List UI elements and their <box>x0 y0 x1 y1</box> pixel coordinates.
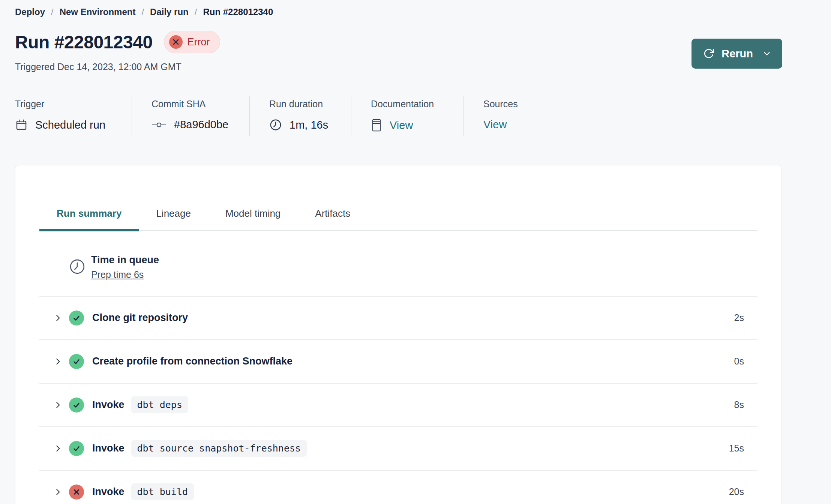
step-label: Invoke <box>92 486 124 498</box>
time-in-queue-section: Time in queue Prep time 6s <box>39 231 758 297</box>
meta-trigger: Trigger Scheduled run <box>15 96 132 136</box>
breadcrumb-item[interactable]: Deploy <box>15 7 45 17</box>
chevron-down-icon <box>762 49 772 58</box>
breadcrumb: Deploy/New Environment/Daily run/Run #22… <box>15 0 782 17</box>
error-x-icon <box>69 484 84 500</box>
page-title: Run #228012340 <box>15 32 153 52</box>
calendar-icon <box>15 118 28 131</box>
chevron-right-icon[interactable] <box>53 487 63 497</box>
status-badge: Error <box>164 31 220 53</box>
refresh-icon <box>703 48 715 60</box>
run-meta-row: Trigger Scheduled run Commit SHA #8a96d0… <box>15 96 782 136</box>
breadcrumb-item[interactable]: Run #228012340 <box>203 7 273 17</box>
meta-value: View <box>483 118 518 135</box>
view-link[interactable]: View <box>390 119 413 132</box>
success-check-icon <box>69 441 84 456</box>
triggered-timestamp: Triggered Dec 14, 2023, 12:00 AM GMT <box>15 62 782 72</box>
meta-value-text: #8a96d0be <box>174 118 228 131</box>
view-link[interactable]: View <box>483 118 507 131</box>
meta-label: Documentation <box>371 96 464 110</box>
meta-documentation: Documentation View <box>351 96 464 136</box>
chevron-right-icon[interactable] <box>53 357 63 366</box>
meta-value: 1m, 16s <box>269 118 351 135</box>
step-label: Create profile from connection Snowflake <box>92 356 292 367</box>
meta-sources: Sources View <box>464 96 518 136</box>
meta-label: Trigger <box>15 96 132 110</box>
step-duration: 20s <box>729 486 744 497</box>
chevron-right-icon[interactable] <box>53 444 63 453</box>
run-summary-card: Run summaryLineageModel timingArtifacts … <box>15 165 782 504</box>
rerun-button[interactable]: Rerun <box>692 39 782 69</box>
success-check-icon <box>69 398 84 412</box>
breadcrumb-separator: / <box>141 7 144 17</box>
rerun-button-label: Rerun <box>722 48 753 60</box>
step-duration: 15s <box>729 443 744 454</box>
meta-value: #8a96d0be <box>152 118 249 135</box>
table-row: Create profile from connection Snowflake… <box>39 340 758 384</box>
meta-value-text: 1m, 16s <box>290 119 328 131</box>
queue-clock-icon <box>69 258 86 275</box>
tab-model-timing[interactable]: Model timing <box>208 207 298 231</box>
step-list: Clone git repository 2s Create profile f… <box>39 297 758 504</box>
tab-artifacts[interactable]: Artifacts <box>298 207 368 231</box>
meta-label: Sources <box>483 96 518 110</box>
chevron-right-icon[interactable] <box>53 313 63 323</box>
breadcrumb-item[interactable]: Daily run <box>150 7 189 17</box>
prep-time-link[interactable]: Prep time 6s <box>91 269 144 280</box>
meta-value-text: Scheduled run <box>35 119 105 131</box>
command-chip: dbt deps <box>131 396 188 413</box>
error-circle-icon <box>169 35 183 49</box>
step-label: Invoke <box>92 442 124 454</box>
docs-icon <box>371 118 382 132</box>
meta-value: View <box>371 118 464 136</box>
table-row: Invoke dbt source snapshot-freshness 15s <box>39 427 758 471</box>
meta-run-duration: Run duration 1m, 16s <box>249 96 351 136</box>
breadcrumb-item[interactable]: New Environment <box>60 7 136 17</box>
meta-commit-sha: Commit SHA #8a96d0be <box>132 96 249 136</box>
success-check-icon <box>69 354 84 369</box>
clock-icon <box>269 118 282 131</box>
command-chip: dbt source snapshot-freshness <box>131 440 307 457</box>
step-duration: 2s <box>734 312 744 323</box>
run-detail-page: Deploy/New Environment/Daily run/Run #22… <box>0 0 831 504</box>
step-label: Clone git repository <box>92 312 188 324</box>
table-row: Clone git repository 2s <box>39 297 758 340</box>
git-commit-icon <box>152 121 166 129</box>
breadcrumb-separator: / <box>51 7 54 17</box>
tab-bar: Run summaryLineageModel timingArtifacts <box>39 207 758 231</box>
command-chip: dbt build <box>131 483 194 500</box>
tab-run-summary[interactable]: Run summary <box>39 207 139 231</box>
tab-lineage[interactable]: Lineage <box>139 207 208 231</box>
title-row: Run #228012340 Error <box>15 31 782 53</box>
chevron-right-icon[interactable] <box>53 400 63 410</box>
breadcrumb-separator: / <box>195 7 197 17</box>
step-duration: 0s <box>734 356 744 367</box>
step-duration: 8s <box>734 399 744 410</box>
table-row: Invoke dbt build 20s <box>39 471 758 504</box>
meta-label: Run duration <box>269 96 351 110</box>
queue-title: Time in queue <box>91 254 159 266</box>
status-badge-label: Error <box>188 36 210 48</box>
meta-value: Scheduled run <box>15 118 132 135</box>
table-row: Invoke dbt deps 8s <box>39 384 758 427</box>
step-label: Invoke <box>92 399 124 411</box>
meta-label: Commit SHA <box>152 96 249 110</box>
success-check-icon <box>69 310 84 326</box>
